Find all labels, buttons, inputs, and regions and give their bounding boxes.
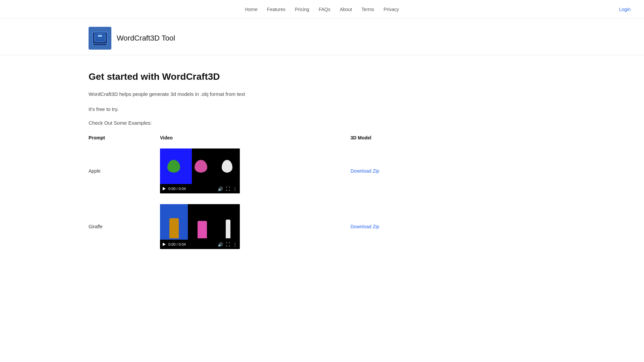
volume-icon[interactable]: 🔊 xyxy=(218,186,223,191)
prompt-apple: Apple xyxy=(89,143,160,199)
video-scene-giraffe xyxy=(160,204,240,240)
giraffe-brown-icon xyxy=(169,218,179,238)
table-header-row: Prompt Video 3D Model xyxy=(89,132,470,143)
hero-examples-label: Check Out Some Examples: xyxy=(89,120,470,126)
giraffe-pink-icon xyxy=(198,221,207,238)
navbar: Home Features Pricing FAQs About Terms P… xyxy=(0,0,644,19)
nav-features[interactable]: Features xyxy=(267,7,285,12)
table-row: Giraffe 0:00 / 0:04 🔊 ⛶ xyxy=(89,199,470,254)
download-cell-apple: Download Zip xyxy=(351,143,470,199)
video-thumb-giraffe[interactable]: 0:00 / 0:04 🔊 ⛶ ⋮ xyxy=(160,204,240,249)
apple-white-icon xyxy=(222,160,232,173)
nav-home[interactable]: Home xyxy=(245,7,257,12)
nav-about[interactable]: About xyxy=(340,7,352,12)
table-row: Apple 0:00 / 0:04 🔊 ⛶ xyxy=(89,143,470,199)
svg-rect-4 xyxy=(98,35,102,37)
col-3dmodel: 3D Model xyxy=(351,132,470,143)
apple-green-icon xyxy=(167,160,180,173)
download-zip-apple[interactable]: Download Zip xyxy=(351,168,379,174)
nav-links: Home Features Pricing FAQs About Terms P… xyxy=(245,7,399,12)
video-cell-apple: 0:00 / 0:04 🔊 ⛶ ⋮ xyxy=(160,143,351,199)
download-cell-giraffe: Download Zip xyxy=(351,199,470,254)
nav-privacy[interactable]: Privacy xyxy=(384,7,399,12)
giraffe-white-icon xyxy=(226,220,230,238)
hero-description: WordCraft3D helps people generate 3d mod… xyxy=(89,90,470,98)
video-controls-giraffe: 0:00 / 0:04 🔊 ⛶ ⋮ xyxy=(160,240,240,249)
fullscreen-icon[interactable]: ⛶ xyxy=(226,242,230,247)
brand-logo xyxy=(89,27,111,50)
video-time-giraffe: 0:00 / 0:04 xyxy=(168,242,186,246)
fullscreen-icon[interactable]: ⛶ xyxy=(226,186,230,191)
apple-pink-icon xyxy=(195,160,207,173)
video-time-apple: 0:00 / 0:04 xyxy=(168,187,186,191)
hero-free-text: It's free to try. xyxy=(89,106,470,112)
examples-table: Prompt Video 3D Model Apple xyxy=(89,132,470,254)
hero-heading: Get started with WordCraft3D xyxy=(89,71,470,82)
login-link[interactable]: Login xyxy=(619,7,631,12)
nav-faqs[interactable]: FAQs xyxy=(319,7,330,12)
play-icon[interactable] xyxy=(163,187,166,190)
main-content: Get started with WordCraft3D WordCraft3D… xyxy=(0,63,470,268)
video-thumb-apple[interactable]: 0:00 / 0:04 🔊 ⛶ ⋮ xyxy=(160,148,240,193)
svg-rect-5 xyxy=(93,44,107,46)
col-prompt: Prompt xyxy=(89,132,160,143)
nav-pricing[interactable]: Pricing xyxy=(295,7,309,12)
download-zip-giraffe[interactable]: Download Zip xyxy=(351,224,379,229)
video-scene-apple xyxy=(160,148,240,184)
brand-logo-icon xyxy=(91,29,109,48)
volume-icon[interactable]: 🔊 xyxy=(218,242,223,247)
menu-icon[interactable]: ⋮ xyxy=(233,242,237,247)
svg-rect-1 xyxy=(95,34,105,42)
brand-bar: WordCraft3D Tool xyxy=(0,19,644,55)
prompt-giraffe: Giraffe xyxy=(89,199,160,254)
video-cell-giraffe: 0:00 / 0:04 🔊 ⛶ ⋮ xyxy=(160,199,351,254)
col-video: Video xyxy=(160,132,351,143)
menu-icon[interactable]: ⋮ xyxy=(233,186,237,191)
brand-title: WordCraft3D Tool xyxy=(117,34,175,43)
nav-terms[interactable]: Terms xyxy=(361,7,374,12)
video-controls-apple: 0:00 / 0:04 🔊 ⛶ ⋮ xyxy=(160,184,240,193)
play-icon[interactable] xyxy=(163,243,166,246)
